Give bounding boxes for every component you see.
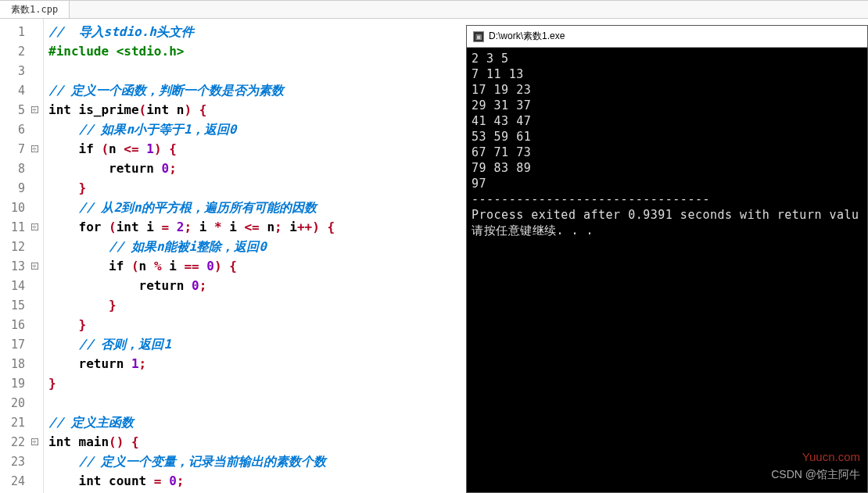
line-number: 1 bbox=[0, 25, 27, 39]
line-number: 20 bbox=[0, 396, 27, 410]
line-number: 4 bbox=[0, 84, 27, 98]
tab-label: 素数1.cpp bbox=[11, 3, 58, 16]
line-number: 9 bbox=[0, 181, 27, 195]
gutter-row: 11− bbox=[0, 217, 43, 237]
gutter-row: 18 bbox=[0, 354, 43, 373]
gutter-row: 8 bbox=[0, 159, 43, 178]
console-title-text: D:\work\素数1.exe bbox=[489, 30, 565, 43]
tab-source-file[interactable]: 素数1.cpp bbox=[0, 1, 70, 18]
fold-cell[interactable]: − bbox=[27, 145, 42, 152]
gutter-row: 5− bbox=[0, 100, 43, 120]
console-icon: ▣ bbox=[473, 31, 484, 42]
gutter-row: 1 bbox=[0, 22, 43, 41]
line-number: 3 bbox=[0, 64, 27, 78]
gutter-row: 14 bbox=[0, 276, 43, 295]
line-number: 16 bbox=[0, 318, 27, 332]
line-number: 11 bbox=[0, 220, 27, 234]
line-number: 17 bbox=[0, 338, 27, 352]
fold-cell[interactable]: − bbox=[27, 263, 42, 270]
gutter-row: 2 bbox=[0, 41, 43, 61]
line-gutter: 12345−67−891011−1213−141516171819202122−… bbox=[0, 19, 44, 493]
line-number: 18 bbox=[0, 357, 27, 371]
line-number: 12 bbox=[0, 240, 27, 254]
line-number: 5 bbox=[0, 103, 27, 117]
gutter-row: 3 bbox=[0, 61, 43, 80]
line-number: 15 bbox=[0, 298, 27, 313]
gutter-row: 6 bbox=[0, 120, 43, 139]
console-output[interactable]: 2 3 5 7 11 13 17 19 23 29 31 37 41 43 47… bbox=[467, 48, 867, 241]
line-number: 19 bbox=[0, 377, 27, 391]
gutter-row: 9 bbox=[0, 178, 43, 198]
line-number: 6 bbox=[0, 123, 27, 137]
console-titlebar[interactable]: ▣ D:\work\素数1.exe bbox=[467, 26, 867, 48]
gutter-row: 7− bbox=[0, 139, 43, 159]
gutter-row: 19 bbox=[0, 373, 43, 393]
fold-cell[interactable]: − bbox=[27, 438, 42, 445]
watermark-site: Yuucn.com bbox=[802, 450, 860, 463]
fold-cell[interactable]: − bbox=[27, 106, 42, 113]
gutter-row: 10 bbox=[0, 198, 43, 217]
line-number: 21 bbox=[0, 416, 27, 430]
gutter-row: 15 bbox=[0, 295, 43, 315]
gutter-row: 12 bbox=[0, 237, 43, 256]
gutter-row: 4 bbox=[0, 80, 43, 100]
line-number: 8 bbox=[0, 162, 27, 176]
gutter-row: 21 bbox=[0, 413, 43, 432]
line-number: 24 bbox=[0, 474, 27, 488]
watermark-author: CSDN @馆主阿牛 bbox=[771, 468, 860, 482]
gutter-row: 13− bbox=[0, 256, 43, 276]
gutter-row: 24 bbox=[0, 471, 43, 491]
console-window: ▣ D:\work\素数1.exe 2 3 5 7 11 13 17 19 23… bbox=[466, 25, 868, 493]
line-number: 22 bbox=[0, 435, 27, 449]
gutter-row: 17 bbox=[0, 334, 43, 354]
line-number: 10 bbox=[0, 201, 27, 215]
gutter-row: 22− bbox=[0, 432, 43, 452]
line-number: 2 bbox=[0, 45, 27, 59]
line-number: 7 bbox=[0, 142, 27, 156]
gutter-row: 16 bbox=[0, 315, 43, 334]
tab-bar: 素数1.cpp bbox=[0, 0, 868, 19]
line-number: 14 bbox=[0, 279, 27, 293]
line-number: 23 bbox=[0, 455, 27, 469]
gutter-row: 20 bbox=[0, 393, 43, 413]
fold-cell[interactable]: − bbox=[27, 223, 42, 230]
line-number: 13 bbox=[0, 259, 27, 273]
gutter-row: 23 bbox=[0, 452, 43, 471]
